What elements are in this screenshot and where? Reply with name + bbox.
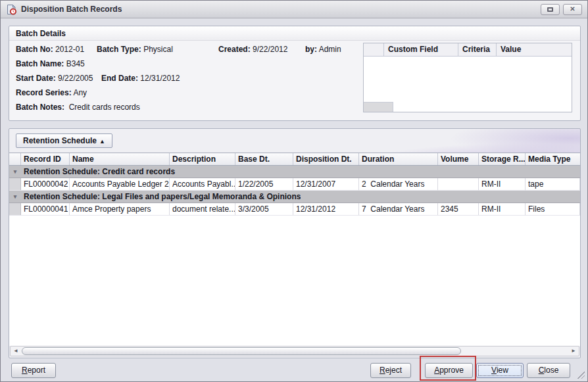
scroll-left-icon[interactable]: ◄ xyxy=(11,346,21,356)
record-series-field: Record Series: Any xyxy=(16,88,87,97)
start-date-field: Start Date: 9/22/2005 xyxy=(16,74,93,83)
approve-button[interactable]: Approve xyxy=(425,363,473,378)
close-button-label: Close xyxy=(527,364,570,377)
cell-volume: 2345 xyxy=(438,203,479,215)
batch-type-value: Physical xyxy=(143,45,173,54)
cell-storage: RM-II xyxy=(479,178,526,190)
window-title: Disposition Batch Records xyxy=(21,5,122,14)
cell-disposition-dt: 12/31/2007 xyxy=(293,178,359,190)
scroll-right-icon[interactable]: ► xyxy=(568,346,579,356)
cell-media-type: tape xyxy=(526,178,580,190)
batch-notes-field: Batch Notes: Credit cards records xyxy=(16,103,140,112)
collapse-group-icon[interactable]: ▾ xyxy=(9,166,21,178)
column-header-name[interactable]: Name xyxy=(70,153,170,165)
column-header-disposition-dt[interactable]: Disposition Dt. xyxy=(293,153,359,165)
resize-grip[interactable] xyxy=(576,370,585,379)
column-header-base-dt[interactable]: Base Dt. xyxy=(235,153,293,165)
group-row-credit-cards[interactable]: ▾ Retention Schedule: Credit card record… xyxy=(9,166,580,178)
start-date-value: 9/22/2005 xyxy=(58,74,93,83)
reject-button[interactable]: Reject xyxy=(370,363,411,378)
batch-notes-label: Batch Notes: xyxy=(16,103,64,112)
batch-no-field: Batch No: 2012-01 xyxy=(16,45,84,54)
close-button[interactable]: Close xyxy=(527,363,570,378)
column-header-duration[interactable]: Duration xyxy=(359,153,438,165)
title-bar: Disposition Batch Records ✕ xyxy=(1,1,587,18)
cell-media-type: Files xyxy=(526,203,580,215)
value-column-header[interactable]: Value xyxy=(497,43,572,56)
grid-header-row: Record ID Name Description Base Dt. Disp… xyxy=(9,153,580,166)
cell-name: Accounts Payable Ledger 2... xyxy=(70,178,170,190)
view-button-label: View xyxy=(477,364,523,377)
created-value: 9/22/2012 xyxy=(253,45,287,54)
custom-fields-indicator-header xyxy=(364,43,384,56)
collapse-group-icon[interactable]: ▾ xyxy=(9,191,21,203)
record-series-label: Record Series: xyxy=(16,88,72,97)
group-by-label: Retention Schedule xyxy=(23,136,97,145)
report-button[interactable]: Report xyxy=(11,363,56,378)
custom-fields-row-indicator-cell xyxy=(364,102,393,112)
cell-duration: 7 Calendar Years xyxy=(359,203,438,215)
batch-name-field: Batch Name: B345 xyxy=(16,59,85,68)
sort-ascending-icon: ▲ xyxy=(99,138,105,145)
custom-fields-table: Custom Field Criteria Value xyxy=(363,43,572,112)
group-by-retention-schedule-button[interactable]: Retention Schedule▲ xyxy=(16,133,112,148)
grid-body: ▾ Retention Schedule: Credit card record… xyxy=(9,166,580,346)
batch-details-header: Batch Details xyxy=(9,26,580,41)
cell-disposition-dt: 12/31/2012 xyxy=(293,203,359,215)
column-header-description[interactable]: Description xyxy=(170,153,235,165)
cell-volume xyxy=(438,178,479,190)
row-indicator-cell xyxy=(9,178,21,190)
report-button-label: Report xyxy=(12,364,55,377)
cell-base-dt: 1/22/2005 xyxy=(235,178,293,190)
batch-name-value: B345 xyxy=(66,59,85,68)
row-indicator-cell xyxy=(9,203,21,215)
batch-type-field: Batch Type: Physical xyxy=(97,45,173,54)
group-row-legal-files[interactable]: ▾ Retention Schedule: Legal Files and pa… xyxy=(9,191,580,203)
batch-records-app-icon xyxy=(6,4,17,15)
close-window-button[interactable]: ✕ xyxy=(563,4,582,15)
table-row-fl00000042[interactable]: FL00000042 Accounts Payable Ledger 2... … xyxy=(9,178,580,191)
restore-icon xyxy=(547,7,553,12)
created-field: Created: 9/22/2012 xyxy=(218,45,287,54)
restore-button[interactable] xyxy=(541,4,560,15)
view-button[interactable]: View xyxy=(476,363,524,378)
scrollbar-thumb[interactable] xyxy=(22,347,461,355)
batch-notes-value: Credit cards records xyxy=(69,103,140,112)
column-header-volume[interactable]: Volume xyxy=(438,153,479,165)
close-icon: ✕ xyxy=(570,6,575,12)
dialog-window: Disposition Batch Records ✕ Batch Detail… xyxy=(0,0,588,382)
column-header-record-id[interactable]: Record ID xyxy=(21,153,70,165)
cell-storage: RM-II xyxy=(479,203,526,215)
created-label: Created: xyxy=(218,45,251,54)
cell-base-dt: 3/3/2005 xyxy=(235,203,293,215)
end-date-label: End Date: xyxy=(101,74,138,83)
decorative-swoosh xyxy=(297,129,580,153)
column-header-media-type[interactable]: Media Type xyxy=(526,153,580,165)
cell-record-id: FL00000041 xyxy=(21,203,70,215)
custom-fields-header-row: Custom Field Criteria Value xyxy=(364,43,572,57)
group-row-label: Retention Schedule: Credit card records xyxy=(21,166,175,178)
created-by-field: by: Admin xyxy=(305,45,341,54)
created-by-label: by: xyxy=(305,45,317,54)
end-date-field: End Date: 12/31/2012 xyxy=(101,74,180,83)
criteria-column-header[interactable]: Criteria xyxy=(458,43,497,56)
grid-indicator-header xyxy=(9,153,21,165)
group-row-label: Retention Schedule: Legal Files and pape… xyxy=(21,191,301,203)
batch-no-label: Batch No: xyxy=(16,45,53,54)
table-row-fl00000041[interactable]: FL00000041 Amce Property papers document… xyxy=(9,203,580,216)
end-date-value: 12/31/2012 xyxy=(140,74,180,83)
cell-description: Accounts Payabl... xyxy=(170,178,235,190)
start-date-label: Start Date: xyxy=(16,74,56,83)
cell-record-id: FL00000042 xyxy=(21,178,70,190)
retention-grid-panel: Retention Schedule▲ Record ID Name Descr… xyxy=(9,128,581,358)
horizontal-scrollbar[interactable]: ◄ ► xyxy=(10,346,579,356)
batch-no-value: 2012-01 xyxy=(55,45,84,54)
batch-type-label: Batch Type: xyxy=(97,45,141,54)
reject-button-label: Reject xyxy=(371,364,410,377)
column-header-storage[interactable]: Storage R... xyxy=(479,153,526,165)
custom-field-column-header[interactable]: Custom Field xyxy=(384,43,458,56)
cell-description: document relate... xyxy=(170,203,235,215)
batch-name-label: Batch Name: xyxy=(16,59,64,68)
cell-name: Amce Property papers xyxy=(70,203,170,215)
batch-details-panel: Batch Details Batch No: 2012-01 Batch Ty… xyxy=(9,26,581,121)
